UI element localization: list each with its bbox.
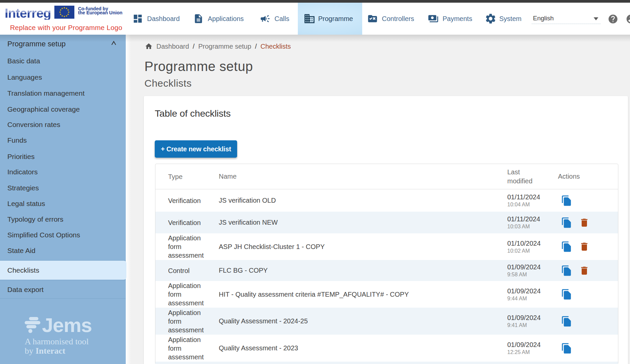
svg-text:Jems: Jems: [42, 316, 91, 333]
